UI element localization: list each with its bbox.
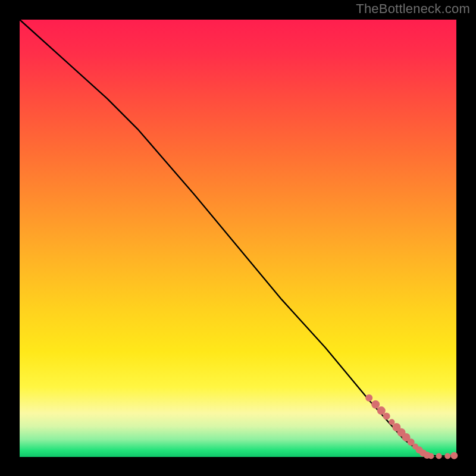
plot-area [20,20,456,457]
marker-dot [428,453,434,459]
marker-dot [365,394,372,402]
chart-frame: TheBottleneck.com [0,0,476,476]
marker-dot [450,452,458,459]
marker-dot [383,413,390,420]
marker-dot [377,406,386,415]
marker-dot [371,400,380,409]
chart-overlay [20,20,456,457]
marker-dot [444,453,450,459]
marker-dot [436,453,442,459]
marker-group [365,394,458,459]
attribution-text: TheBottleneck.com [356,1,470,17]
curve-line [20,20,456,456]
